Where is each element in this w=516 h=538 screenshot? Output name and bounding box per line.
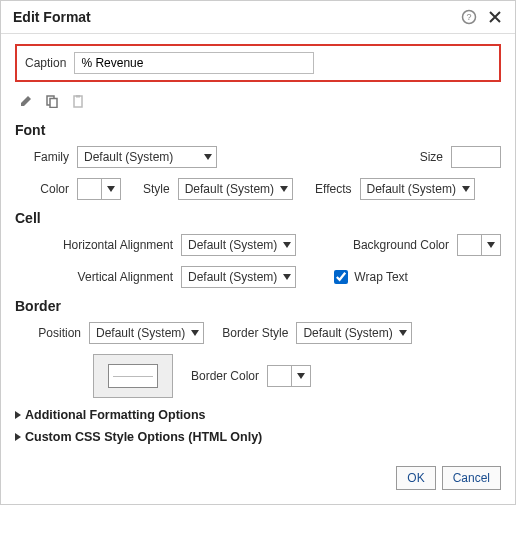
dialog-title: Edit Format: [13, 9, 91, 25]
close-icon[interactable]: [487, 9, 503, 25]
chevron-right-icon: [15, 411, 21, 419]
svg-rect-5: [76, 95, 80, 98]
valign-label: Vertical Alignment: [23, 270, 173, 284]
border-section-heading: Border: [15, 298, 501, 314]
wrap-checkbox[interactable]: [334, 270, 348, 284]
wrap-label: Wrap Text: [354, 270, 408, 284]
border-style-select[interactable]: Default (System): [296, 322, 411, 344]
style-label: Style: [143, 182, 170, 196]
custom-css-expander[interactable]: Custom CSS Style Options (HTML Only): [15, 430, 501, 444]
font-color-picker[interactable]: [77, 178, 121, 200]
size-input[interactable]: [451, 146, 501, 168]
halign-label: Horizontal Alignment: [23, 238, 173, 252]
family-label: Family: [23, 150, 69, 164]
caption-label: Caption: [25, 56, 66, 70]
paste-icon[interactable]: [69, 92, 87, 110]
svg-text:?: ?: [466, 12, 471, 22]
bgcolor-label: Background Color: [353, 238, 449, 252]
border-style-label: Border Style: [222, 326, 288, 340]
style-select[interactable]: Default (System): [178, 178, 293, 200]
copy-icon[interactable]: [43, 92, 61, 110]
position-select[interactable]: Default (System): [89, 322, 204, 344]
titlebar: Edit Format ?: [1, 1, 515, 34]
size-label: Size: [299, 150, 443, 164]
help-icon[interactable]: ?: [461, 9, 477, 25]
caption-input[interactable]: [74, 52, 314, 74]
pencil-icon[interactable]: [17, 92, 35, 110]
bgcolor-picker[interactable]: [457, 234, 501, 256]
cell-section-heading: Cell: [15, 210, 501, 226]
family-select[interactable]: Default (System): [77, 146, 217, 168]
font-section-heading: Font: [15, 122, 501, 138]
svg-rect-3: [50, 99, 57, 108]
halign-select[interactable]: Default (System): [181, 234, 296, 256]
caption-row: Caption: [15, 44, 501, 82]
ok-button[interactable]: OK: [396, 466, 435, 490]
chevron-right-icon: [15, 433, 21, 441]
additional-formatting-expander[interactable]: Additional Formatting Options: [15, 408, 501, 422]
border-preview: [93, 354, 173, 398]
edit-format-dialog: Edit Format ? Caption Font Family Defaul…: [0, 0, 516, 505]
border-color-label: Border Color: [191, 369, 259, 383]
valign-select[interactable]: Default (System): [181, 266, 296, 288]
color-label: Color: [23, 182, 69, 196]
svg-rect-4: [74, 96, 82, 107]
position-label: Position: [23, 326, 81, 340]
effects-select[interactable]: Default (System): [360, 178, 475, 200]
border-color-picker[interactable]: [267, 365, 311, 387]
cancel-button[interactable]: Cancel: [442, 466, 501, 490]
effects-label: Effects: [315, 182, 351, 196]
